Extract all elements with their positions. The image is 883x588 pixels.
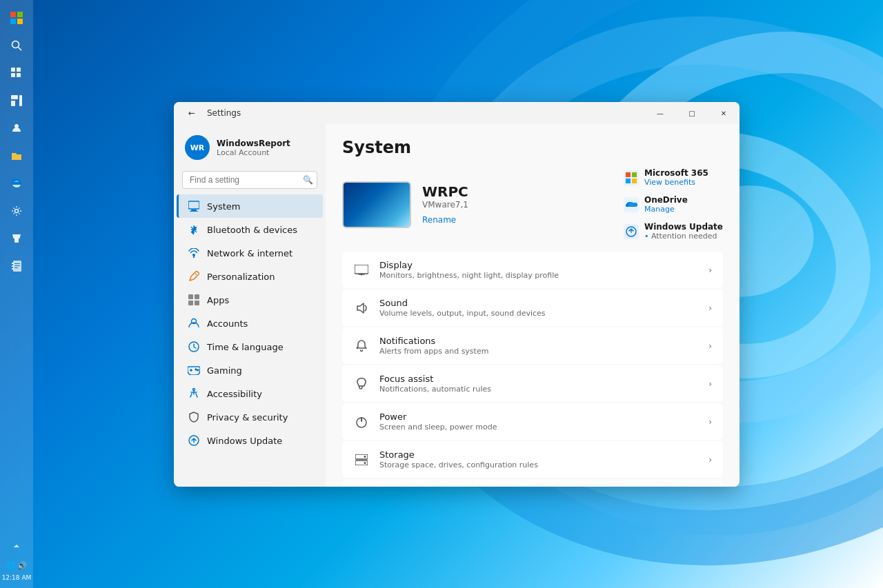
edge-button[interactable] xyxy=(4,171,29,196)
accessibility-icon xyxy=(188,387,200,400)
setting-display[interactable]: Display Monitors, brightness, night ligh… xyxy=(342,252,723,288)
svg-rect-27 xyxy=(14,267,18,268)
pc-thumbnail xyxy=(342,181,411,228)
svg-rect-46 xyxy=(626,172,631,177)
privacy-icon xyxy=(188,411,200,423)
setting-focus[interactable]: Focus assist Notifications, automatic ru… xyxy=(342,365,723,402)
rename-link[interactable]: Rename xyxy=(422,215,456,225)
desktop: 🌐 🔊 12:18 AM ← Settings — □ ✕ WR xyxy=(0,0,883,588)
sound-tray-icon[interactable]: 🔊 xyxy=(17,561,27,570)
sidebar-item-apps[interactable]: Apps xyxy=(177,288,323,312)
svg-rect-23 xyxy=(12,265,14,267)
pc-info: WRPC VMware7,1 Rename xyxy=(422,183,613,225)
sidebar-item-privacy[interactable]: Privacy & security xyxy=(177,405,323,429)
winupdate-title: Windows Update xyxy=(644,222,723,232)
user-profile[interactable]: WR WindowsReport Local Account xyxy=(174,130,326,171)
file-explorer-button[interactable] xyxy=(4,143,29,168)
task-view-button[interactable] xyxy=(4,61,29,85)
maximize-button[interactable]: □ xyxy=(676,102,708,124)
title-bar: ← Settings — □ ✕ xyxy=(174,102,740,124)
svg-rect-22 xyxy=(12,263,14,264)
storage-text: Storage Storage space, drives, configura… xyxy=(379,449,699,469)
notifications-chevron: › xyxy=(708,341,712,351)
storage-desc: Storage space, drives, configuration rul… xyxy=(379,460,699,469)
sidebar-label-accessibility: Accessibility xyxy=(207,389,262,399)
close-button[interactable]: ✕ xyxy=(708,102,740,124)
avatar: WR xyxy=(185,135,210,160)
search-input[interactable] xyxy=(182,171,317,189)
power-text: Power Screen and sleep, power mode xyxy=(379,412,699,432)
svg-rect-26 xyxy=(14,265,20,266)
pc-thumbnail-image xyxy=(344,183,410,227)
teams-button[interactable] xyxy=(4,116,29,141)
notebook-button[interactable] xyxy=(4,254,29,278)
setting-storage[interactable]: Storage Storage space, drives, configura… xyxy=(342,441,723,478)
settings-list: Display Monitors, brightness, night ligh… xyxy=(342,252,723,487)
svg-rect-37 xyxy=(195,301,199,305)
svg-rect-49 xyxy=(632,179,637,183)
display-chevron: › xyxy=(708,265,712,275)
start-button[interactable] xyxy=(4,6,29,30)
svg-point-56 xyxy=(364,456,366,458)
winupdate-icon xyxy=(624,224,639,239)
sidebar-item-accessibility[interactable]: Accessibility xyxy=(177,382,323,405)
winupdate-text: Windows Update Attention needed xyxy=(644,222,723,241)
sidebar-item-system[interactable]: System xyxy=(177,194,323,218)
onedrive-sub: Manage xyxy=(644,205,688,214)
power-desc: Screen and sleep, power mode xyxy=(379,423,699,432)
back-button[interactable]: ← xyxy=(182,103,201,123)
expand-taskbar-button[interactable] xyxy=(4,535,29,560)
gaming-icon xyxy=(188,364,200,376)
svg-rect-48 xyxy=(626,179,631,183)
svg-rect-30 xyxy=(190,211,198,212)
widgets-button[interactable] xyxy=(4,88,29,113)
taskbar-bottom: 🌐 🔊 12:18 AM xyxy=(0,535,33,588)
microsoft365-link[interactable]: Microsoft 365 View benefits xyxy=(624,168,723,187)
sidebar-item-gaming[interactable]: Gaming xyxy=(177,358,323,382)
windows-update-icon xyxy=(188,434,200,447)
taskbar: 🌐 🔊 12:18 AM xyxy=(0,0,33,588)
onedrive-text: OneDrive Manage xyxy=(644,195,688,214)
search-taskbar-button[interactable] xyxy=(4,33,29,58)
sidebar-item-accounts[interactable]: Accounts xyxy=(177,312,323,335)
notifications-icon xyxy=(353,338,370,354)
svg-rect-47 xyxy=(632,172,637,177)
svg-rect-25 xyxy=(14,263,20,264)
setting-multitasking-peek: Multitasking xyxy=(342,479,723,487)
svg-rect-6 xyxy=(17,12,23,17)
window-title: Settings xyxy=(207,108,241,118)
sidebar-item-network[interactable]: Network & internet xyxy=(177,241,323,265)
svg-rect-15 xyxy=(11,95,18,99)
sidebar-label-network: Network & internet xyxy=(207,248,292,258)
system-clock[interactable]: 12:18 AM xyxy=(2,574,32,582)
setting-power[interactable]: Power Screen and sleep, power mode › xyxy=(342,403,723,440)
windows-update-link[interactable]: Windows Update Attention needed xyxy=(624,222,723,241)
winupdate-sub: Attention needed xyxy=(644,232,723,241)
sidebar-item-windows-update[interactable]: Windows Update xyxy=(177,429,323,452)
focus-title: Focus assist xyxy=(379,374,699,384)
setting-sound[interactable]: Sound Volume levels, output, input, soun… xyxy=(342,290,723,326)
svg-line-33 xyxy=(195,274,197,275)
search-icon[interactable]: 🔍 xyxy=(303,175,313,185)
power-icon xyxy=(353,414,370,430)
sidebar-item-time[interactable]: Time & language xyxy=(177,335,323,358)
sound-text: Sound Volume levels, output, input, soun… xyxy=(379,298,699,318)
onedrive-link[interactable]: OneDrive Manage xyxy=(624,195,723,214)
power-title: Power xyxy=(379,412,699,422)
store-button[interactable] xyxy=(4,226,29,251)
svg-point-57 xyxy=(364,462,366,464)
setting-notifications[interactable]: Notifications Alerts from apps and syste… xyxy=(342,327,723,364)
svg-rect-34 xyxy=(188,294,193,299)
time-icon xyxy=(188,341,200,353)
svg-rect-8 xyxy=(17,19,23,24)
sidebar-item-bluetooth[interactable]: Bluetooth & devices xyxy=(177,218,323,241)
svg-rect-11 xyxy=(11,68,15,72)
sidebar: WR WindowsReport Local Account 🔍 xyxy=(174,124,326,487)
sidebar-item-personalization[interactable]: Personalization xyxy=(177,265,323,288)
svg-point-31 xyxy=(192,254,195,256)
network-tray-icon[interactable]: 🌐 xyxy=(6,561,16,570)
microsoft365-sub: View benefits xyxy=(644,178,708,187)
minimize-button[interactable]: — xyxy=(644,102,676,124)
content-area: WR WindowsReport Local Account 🔍 xyxy=(174,124,740,487)
settings-taskbar-button[interactable] xyxy=(4,199,29,223)
